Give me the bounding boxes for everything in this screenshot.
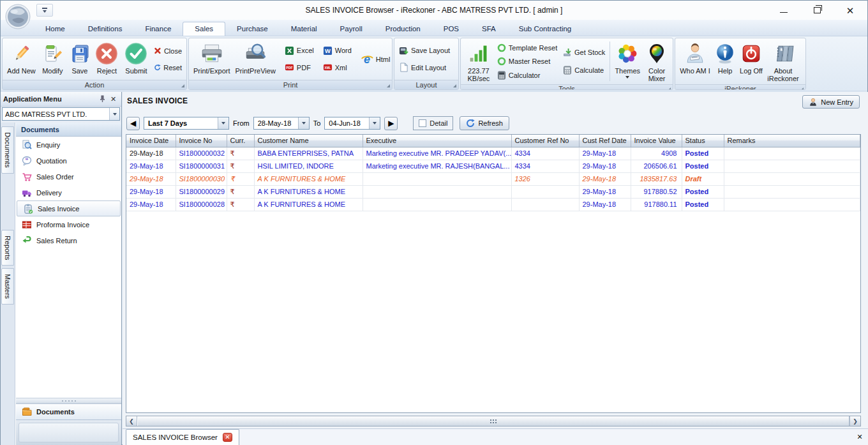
network-speed-indicator: 223.77 KB/sec [463,40,495,83]
sidebar-item-proforma-invoice[interactable]: Proforma Invoice [16,216,121,232]
dialog-launcher-icon[interactable] [668,87,671,90]
tab-purchase[interactable]: Purchase [225,22,280,36]
calculator-button[interactable]: Calculator [495,70,561,81]
col-status[interactable]: Status [682,135,724,147]
new-entry-button[interactable]: New Entry [802,95,860,109]
col-customer-name[interactable]: Customer Name [254,135,363,147]
dialog-launcher-icon[interactable] [453,84,456,87]
close-button[interactable]: Close [151,45,184,56]
vtab-documents[interactable]: Documents [1,126,14,174]
print-export-button[interactable]: Print/Export [191,40,232,79]
arrow-left-icon: ◀ [130,119,136,128]
reject-button[interactable]: Reject [93,40,121,79]
invoice-row[interactable]: 29-May-18 SI1800000029 ₹ A K FURNITURES … [126,185,860,198]
reset-button[interactable]: Reset [151,62,184,73]
enquiry-search-icon [22,140,32,150]
template-reset-button[interactable]: Template Reset [495,42,561,54]
pin-icon[interactable] [97,94,108,104]
submit-button[interactable]: Submit [121,40,151,79]
invoice-row[interactable]: 29-May-18 SI1800000031 ₹ HSIL LIMITED, I… [126,160,860,172]
modify-button[interactable]: Modify [38,40,67,79]
next-range-button[interactable]: ▶ [384,117,398,130]
tab-definitions[interactable]: Definitions [77,22,134,36]
export-xml-button[interactable]: XML Xml [320,61,354,73]
tab-sfa[interactable]: SFA [470,22,507,36]
col-invoice-date[interactable]: Invoice Date [126,135,176,147]
sidebar-item-sales-return[interactable]: Sales Return [16,232,121,248]
dialog-launcher-icon[interactable] [800,87,804,90]
refresh-button[interactable]: Refresh [460,116,509,130]
export-excel-button[interactable]: Excel [282,45,317,57]
to-date-select[interactable]: 04-Jun-18 [324,117,380,130]
col-customer-ref-no[interactable]: Customer Ref No [511,135,579,147]
close-window-button[interactable]: ✕ [842,4,858,17]
edit-layout-button[interactable]: Edit Layout [396,61,456,73]
about-ireckoner-button[interactable]: About iReckoner [765,40,801,83]
minimize-button[interactable] [775,4,792,17]
excel-icon [285,46,294,56]
scroll-right-button[interactable]: ❯ [849,416,860,426]
person-icon [809,98,818,107]
tab-pos[interactable]: POS [432,22,470,36]
detail-label: Detail [430,119,447,127]
calculate-button[interactable]: Calculate [560,64,608,76]
tab-home[interactable]: Home [34,22,77,36]
tab-sales[interactable]: Sales [183,22,225,36]
export-pdf-button[interactable]: PDF PDF [282,61,317,73]
scrollbar-thumb[interactable] [137,416,849,426]
save-button[interactable]: Save [67,40,93,79]
get-stock-button[interactable]: Get Stock [560,47,608,58]
col-invoice-value[interactable]: Invoice Value [631,135,682,147]
sidebar-item-enquiry[interactable]: Enquiry [16,137,121,153]
close-panel-icon[interactable]: ✕ [108,94,119,104]
col-remarks[interactable]: Remarks [724,135,860,147]
close-tab-icon[interactable]: ✕ [223,433,232,442]
date-range-select[interactable]: Last 7 Days [144,117,229,130]
invoice-row[interactable]: 29-May-18 SI1800000028 ₹ A K FURNITURES … [126,198,860,211]
color-mixer-button[interactable]: Color Mixer [643,40,671,83]
dialog-launcher-icon[interactable] [181,84,184,87]
save-layout-button[interactable]: Save Layout [396,45,456,57]
col-cust-ref-date[interactable]: Cust Ref Date [579,135,631,147]
col-executive[interactable]: Executive [363,135,511,147]
help-button[interactable]: Help [713,40,737,83]
tab-sub-contracting[interactable]: Sub Contracting [507,22,583,36]
chevron-down-icon[interactable] [109,108,119,120]
sidebar-item-quotation[interactable]: “ Quotation [16,153,121,169]
vtab-reports[interactable]: Reports [1,230,14,266]
floppy-disk-icon [70,41,90,66]
from-date-select[interactable]: 28-May-18 [253,117,310,130]
scroll-left-button[interactable]: ❮ [126,416,137,426]
tab-finance[interactable]: Finance [133,22,183,36]
export-html-button[interactable]: e Html [358,52,393,67]
tab-production[interactable]: Production [374,22,432,36]
export-word-button[interactable]: W Word [320,45,354,57]
sales-invoice-browser-tab[interactable]: SALES INVOICE Browser ✕ [126,429,239,445]
tab-payroll[interactable]: Payroll [329,22,374,36]
previous-range-button[interactable]: ◀ [126,117,140,130]
sidebar-item-delivery[interactable]: Delivery [16,185,121,200]
print-preview-button[interactable]: PrintPreView [232,40,278,79]
tab-material[interactable]: Material [280,22,329,36]
restore-button[interactable] [809,4,825,17]
col-invoice-no[interactable]: Invoice No [176,135,227,147]
themes-button[interactable]: Themes [612,40,643,83]
log-off-button[interactable]: Log Off [737,40,765,83]
dialog-launcher-icon[interactable] [387,84,390,87]
add-new-button[interactable]: Add New [4,40,38,79]
sidebar-item-sales-invoice[interactable]: Sales Invoice [17,200,121,216]
col-curr[interactable]: Curr. [227,135,254,147]
close-all-tabs-icon[interactable]: ✕ [855,432,865,442]
documents-bottom-button[interactable]: Documents [16,404,121,419]
word-icon: W [323,46,333,56]
master-reset-button[interactable]: Master Reset [495,56,561,67]
invoice-row[interactable]: 29-May-18 SI1800000032 ₹ BABA ENTERPRISE… [126,147,860,160]
detail-checkbox[interactable] [419,119,426,127]
application-globe-icon[interactable] [4,3,31,30]
sidebar-item-sales-order[interactable]: Sales Order [16,169,121,185]
sidebar-splitter[interactable] [16,398,121,404]
vtab-masters[interactable]: Masters [1,268,14,305]
who-am-i-button[interactable]: Who AM I [677,40,713,83]
invoice-row-draft[interactable]: 29-May-18 SI1800000030 ₹ A K FURNITURES … [126,172,860,185]
company-selector[interactable]: ABC MATRESS PVT LTD. [2,107,120,121]
